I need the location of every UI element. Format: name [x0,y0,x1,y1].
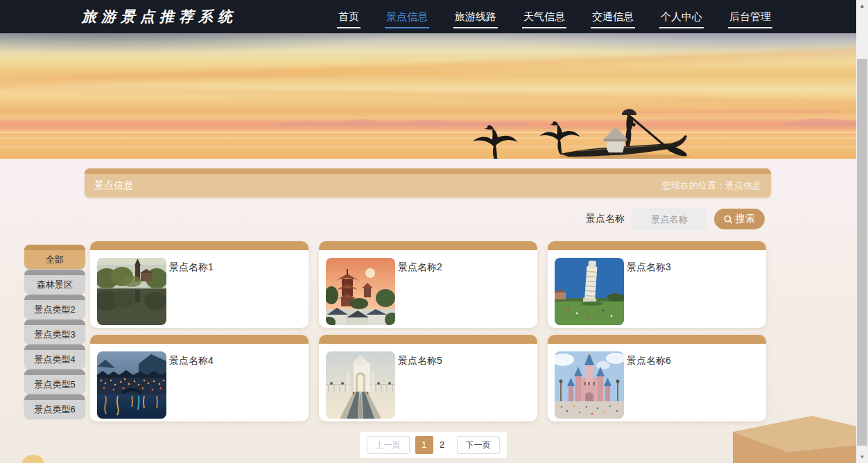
page-button-1[interactable]: 1 [415,436,433,454]
page: 旅游景点推荐系统 首页 景点信息 旅游线路 天气信息 交通信息 个人中心 后台管… [0,0,868,463]
attraction-card-grid: 景点名称1 [90,241,766,421]
attraction-title: 景点名称1 [169,261,214,274]
sidebar-item-forest[interactable]: 森林景区 [24,270,85,294]
nav-item-admin[interactable]: 后台管理 [729,0,771,33]
prev-page-button[interactable]: 上一页 [367,436,410,454]
nav-item-profile[interactable]: 个人中心 [661,0,702,33]
attraction-title: 景点名称2 [398,261,442,274]
nav-item-weather[interactable]: 天气信息 [523,0,565,33]
card-accent-bar [548,335,766,344]
site-logo: 旅游景点推荐系统 [82,7,237,26]
sidebar-item-all[interactable]: 全部 [24,245,85,269]
hero-banner [0,33,856,159]
attraction-title: 景点名称3 [627,261,671,274]
sidebar-item-type5[interactable]: 景点类型5 [24,369,85,394]
card-accent-bar [319,335,537,344]
magnifier-icon [724,215,733,224]
search-bar: 景点名称 搜索 [0,209,765,229]
decorative-circle [22,455,44,463]
main-nav: 首页 景点信息 旅游线路 天气信息 交通信息 个人中心 后台管理 [338,0,771,33]
decorative-cube [733,416,856,463]
attraction-card-1[interactable]: 景点名称1 [90,241,309,328]
card-accent-bar [319,241,537,250]
attraction-card-4[interactable]: 景点名称4 [90,335,309,421]
sidebar-item-type3[interactable]: 景点类型3 [24,320,85,344]
page-button-2[interactable]: 2 [433,436,451,454]
search-button-label: 搜索 [736,213,755,225]
sidebar-item-type4[interactable]: 景点类型4 [24,344,85,369]
vertical-scrollbar[interactable]: ▲ ▼ [856,0,868,463]
breadcrumb-bar: 景点信息 您现在的位置：景点信息 [85,168,771,198]
pagination: 上一页 1 2 下一页 [360,432,507,458]
attraction-title: 景点名称5 [398,355,442,367]
sidebar-item-type6[interactable]: 景点类型6 [24,394,85,419]
attraction-photo-lake-temple [97,258,166,325]
top-navbar: 旅游景点推荐系统 首页 景点信息 旅游线路 天气信息 交通信息 个人中心 后台管… [0,0,856,33]
card-accent-bar [548,241,766,250]
content-row: 全部 森林景区 景点类型2 景点类型3 景点类型4 景点类型5 景点类型6 [0,241,856,421]
card-accent-bar [90,335,309,344]
sidebar-item-type2[interactable]: 景点类型2 [24,295,85,319]
search-label: 景点名称 [586,213,625,225]
nav-item-attractions[interactable]: 景点信息 [386,0,428,33]
category-sidebar: 全部 森林景区 景点类型2 景点类型3 景点类型4 景点类型5 景点类型6 [24,245,85,419]
attraction-card-2[interactable]: 景点名称2 [319,241,537,328]
nav-item-traffic[interactable]: 交通信息 [592,0,634,33]
search-input[interactable] [632,208,707,230]
next-page-button[interactable]: 下一页 [457,436,500,454]
attraction-card-5[interactable]: 景点名称5 [319,335,537,421]
attraction-photo-pisa-tower [555,258,624,325]
nav-item-home[interactable]: 首页 [338,0,359,33]
attraction-title: 景点名称6 [627,355,671,367]
hero-silhouette-art [0,33,856,159]
attraction-photo-pagoda-sunset [326,258,395,325]
search-button[interactable]: 搜索 [714,209,765,229]
attraction-title: 景点名称4 [169,355,214,367]
card-accent-bar [90,241,309,250]
attraction-card-6[interactable]: 景点名称6 [548,335,766,421]
attraction-card-3[interactable]: 景点名称3 [548,241,766,328]
scroll-up-icon[interactable]: ▲ [856,0,868,12]
page-title: 景点信息 [94,180,133,192]
pagination-wrap: 上一页 1 2 下一页 [95,432,771,458]
nav-item-routes[interactable]: 旅游线路 [455,0,496,33]
attraction-photo-gate-reflecting-pool [326,351,395,419]
attraction-photo-night-water-town [97,351,166,419]
breadcrumb-location: 您现在的位置：景点信息 [662,180,761,192]
attraction-photo-castle [555,351,624,419]
scroll-down-icon[interactable]: ▼ [856,451,868,463]
scrollbar-thumb[interactable] [857,59,867,446]
main-content: 景点信息 您现在的位置：景点信息 景点名称 搜索 全部 森林景区 景点类型2 景… [0,159,856,463]
